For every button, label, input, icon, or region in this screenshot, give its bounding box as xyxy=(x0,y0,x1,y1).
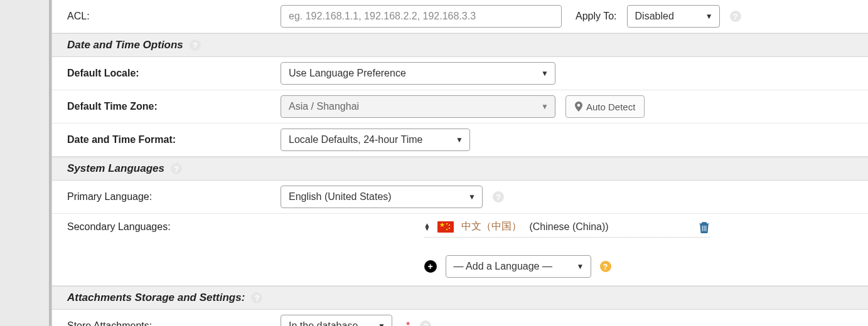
help-warning-icon[interactable]: ? xyxy=(600,261,611,272)
auto-detect-button[interactable]: Auto Detect xyxy=(565,95,645,118)
default-locale-select[interactable]: Use Language Preference ▼ xyxy=(281,62,555,85)
apply-to-value: Disabled xyxy=(628,11,693,22)
auto-detect-label: Auto Detect xyxy=(586,102,635,112)
apply-to-label: Apply To: xyxy=(576,11,617,22)
store-attachments-select[interactable]: In the database ▼ xyxy=(281,315,392,326)
datetime-format-value: Locale Defaults, 24-hour Time xyxy=(281,134,441,145)
default-locale-row: Default Locale: Use Language Preference … xyxy=(52,57,868,90)
acl-label: ACL: xyxy=(67,11,281,22)
datetime-format-row: Date and Time Format: Locale Defaults, 2… xyxy=(52,124,868,157)
section-datetime-title: Date and Time Options xyxy=(67,39,183,51)
store-attachments-value: In the database xyxy=(281,320,377,326)
plus-circle-icon[interactable]: + xyxy=(424,260,437,273)
secondary-languages-label: Secondary Languages: xyxy=(67,220,281,233)
default-timezone-row: Default Time Zone: Asia / Shanghai ▼ Aut… xyxy=(52,90,868,124)
secondary-languages-row: Secondary Languages: ▲▼ 中文（中国） (Chinese … xyxy=(52,214,868,286)
section-attachments-header: Attachments Storage and Settings: ? xyxy=(52,286,868,310)
datetime-format-label: Date and Time Format: xyxy=(67,134,281,145)
store-attachments-label: Store Attachments: xyxy=(67,320,281,326)
chevron-down-icon: ▼ xyxy=(577,262,584,271)
pin-icon xyxy=(575,102,582,112)
apply-to-select[interactable]: Disabled ▼ xyxy=(627,5,720,28)
chevron-down-icon: ▼ xyxy=(705,12,713,21)
secondary-language-native: 中文（中国） xyxy=(461,220,522,233)
required-asterisk: * xyxy=(406,320,410,326)
primary-language-row: Primary Language: English (United States… xyxy=(52,181,868,214)
help-icon[interactable]: ? xyxy=(420,320,431,326)
primary-language-value: English (United States) xyxy=(281,191,410,202)
acl-input[interactable] xyxy=(281,5,562,28)
default-timezone-select[interactable]: Asia / Shanghai ▼ xyxy=(281,95,555,118)
help-icon[interactable]: ? xyxy=(190,39,201,51)
default-locale-label: Default Locale: xyxy=(67,68,281,79)
section-languages-title: System Languages xyxy=(67,162,164,175)
default-timezone-value: Asia / Shanghai xyxy=(281,101,378,112)
section-datetime-header: Date and Time Options ? xyxy=(52,33,868,57)
add-language-value: — Add a Language — xyxy=(446,261,571,272)
sort-handle-icon[interactable]: ▲▼ xyxy=(424,223,431,231)
flag-china-icon xyxy=(437,221,454,233)
add-language-row: + — Add a Language — ▼ ? xyxy=(424,253,710,278)
help-icon[interactable]: ? xyxy=(730,11,741,22)
acl-row: ACL: Apply To: Disabled ▼ ? xyxy=(52,0,868,33)
chevron-down-icon: ▼ xyxy=(541,69,549,78)
help-icon[interactable]: ? xyxy=(171,163,182,174)
help-icon[interactable]: ? xyxy=(493,191,504,202)
chevron-down-icon: ▼ xyxy=(468,192,476,201)
section-languages-header: System Languages ? xyxy=(52,157,868,181)
trash-icon[interactable] xyxy=(699,221,710,233)
secondary-language-english: (Chinese (China)) xyxy=(529,221,608,233)
primary-language-select[interactable]: English (United States) ▼ xyxy=(281,186,483,208)
section-attachments-title: Attachments Storage and Settings: xyxy=(67,292,245,304)
primary-language-label: Primary Language: xyxy=(67,191,281,202)
datetime-format-select[interactable]: Locale Defaults, 24-hour Time ▼ xyxy=(281,129,470,151)
add-language-select[interactable]: — Add a Language — ▼ xyxy=(446,255,591,278)
chevron-down-icon: ▼ xyxy=(378,322,385,326)
store-attachments-row: Store Attachments: In the database ▼ * ? xyxy=(52,310,868,326)
chevron-down-icon: ▼ xyxy=(456,135,463,144)
default-timezone-label: Default Time Zone: xyxy=(67,101,281,112)
help-icon[interactable]: ? xyxy=(251,292,262,303)
default-locale-value: Use Language Preference xyxy=(281,68,425,79)
chevron-down-icon: ▼ xyxy=(541,102,549,111)
secondary-language-item: ▲▼ 中文（中国） (Chinese (China)) xyxy=(424,220,710,238)
